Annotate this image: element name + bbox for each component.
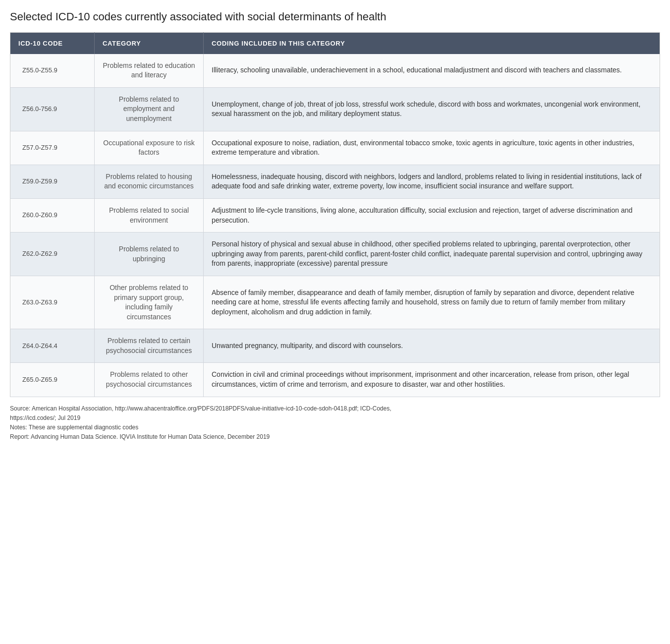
coding-cell: Adjustment to life-cycle transitions, li… [204, 198, 660, 232]
table-body: Z55.0-Z55.9 Problems related to educatio… [10, 54, 660, 397]
category-cell: Problems related to other psychosocial c… [95, 363, 204, 397]
icd10-table: ICD-10 CODE CATEGORY CODING INCLUDED IN … [10, 32, 660, 397]
icd-code-cell: Z55.0-Z55.9 [10, 54, 95, 88]
table-row: Z59.0-Z59.9 Problems related to housing … [10, 165, 660, 198]
icd-code: Z55.0-Z55.9 [22, 66, 57, 75]
icd-code: Z64.0-Z64.4 [22, 342, 57, 351]
footer: Source: American Hospital Association, h… [10, 404, 660, 442]
header-coding: CODING INCLUDED IN THIS CATEGORY [204, 32, 660, 54]
category-cell: Problems related to upbringing [95, 233, 204, 276]
notes-line: Notes: These are supplemental diagnostic… [10, 423, 660, 432]
table-header: ICD-10 CODE CATEGORY CODING INCLUDED IN … [10, 32, 660, 54]
table-row: Z60.0-Z60.9 Problems related to social e… [10, 198, 660, 232]
icd-code: Z59.0-Z59.9 [22, 177, 57, 186]
category-cell: Problems related to social environment [95, 198, 204, 232]
category-cell: Problems related to education and litera… [95, 54, 204, 88]
table-row: Z56.0-756.9 Problems related to employme… [10, 87, 660, 131]
icd-code: Z62.0-Z62.9 [22, 249, 57, 258]
source-line1: Source: American Hospital Association, h… [10, 404, 660, 413]
coding-cell: Illiteracy, schooling unavailable, under… [204, 54, 660, 88]
coding-cell: Unemployment, change of job, threat of j… [204, 87, 660, 131]
header-category: CATEGORY [95, 32, 204, 54]
coding-cell: Conviction in civil and criminal proceed… [204, 363, 660, 397]
category-cell: Problems related to employment and unemp… [95, 87, 204, 131]
icd-code: Z60.0-Z60.9 [22, 211, 57, 220]
icd-code-cell: Z56.0-756.9 [10, 87, 95, 131]
table-row: Z55.0-Z55.9 Problems related to educatio… [10, 54, 660, 88]
source-line2: https://icd.codes/; Jul 2019 [10, 413, 660, 423]
report-line: Report: Advancing Human Data Science. IQ… [10, 432, 660, 442]
coding-cell: Absence of family member, disappearance … [204, 276, 660, 329]
table-row: Z63.0-Z63.9 Other problems related to pr… [10, 276, 660, 329]
coding-cell: Occupational exposure to noise, radiatio… [204, 131, 660, 165]
table-row: Z62.0-Z62.9 Problems related to upbringi… [10, 233, 660, 276]
icd-code-cell: Z59.0-Z59.9 [10, 165, 95, 198]
icd-code-cell: Z60.0-Z60.9 [10, 198, 95, 232]
icd-code: Z57.0-Z57.9 [22, 143, 57, 152]
coding-cell: Unwanted pregnancy, multiparity, and dis… [204, 329, 660, 363]
page-title: Selected ICD-10 codes currently associat… [10, 10, 660, 24]
category-cell: Problems related to housing and economic… [95, 165, 204, 198]
table-row: Z65.0-Z65.9 Problems related to other ps… [10, 363, 660, 397]
icd-code: Z65.0-Z65.9 [22, 375, 57, 384]
icd-code: Z56.0-756.9 [22, 105, 57, 114]
table-row: Z57.0-Z57.9 Occupational exposure to ris… [10, 131, 660, 165]
category-cell: Problems related to certain psychosocial… [95, 329, 204, 363]
icd-code-cell: Z64.0-Z64.4 [10, 329, 95, 363]
icd-code-cell: Z62.0-Z62.9 [10, 233, 95, 276]
icd-code-cell: Z65.0-Z65.9 [10, 363, 95, 397]
icd-code-cell: Z57.0-Z57.9 [10, 131, 95, 165]
category-cell: Other problems related to primary suppor… [95, 276, 204, 329]
icd-code-cell: Z63.0-Z63.9 [10, 276, 95, 329]
header-icd-code: ICD-10 CODE [10, 32, 95, 54]
table-row: Z64.0-Z64.4 Problems related to certain … [10, 329, 660, 363]
coding-cell: Personal history of physical and sexual … [204, 233, 660, 276]
category-cell: Occupational exposure to risk factors [95, 131, 204, 165]
coding-cell: Homelessness, inadequate housing, discor… [204, 165, 660, 198]
icd-code: Z63.0-Z63.9 [22, 298, 57, 307]
